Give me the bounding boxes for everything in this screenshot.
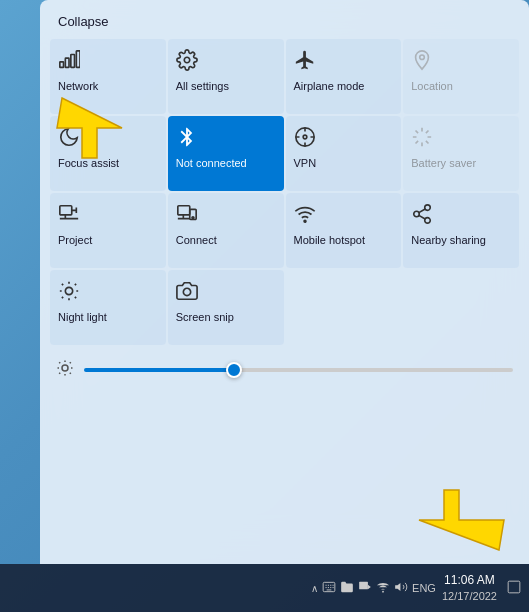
svg-point-12	[425, 205, 431, 211]
tile-focus-assist[interactable]: Focus assist	[50, 116, 166, 191]
tile-location[interactable]: Location	[403, 39, 519, 114]
tile-project-label: Project	[58, 234, 92, 247]
tile-battery-saver[interactable]: Battery saver	[403, 116, 519, 191]
tray-chevron[interactable]: ∧	[311, 583, 318, 594]
clock-date: 12/17/2022	[442, 589, 497, 603]
airplane-icon	[294, 49, 316, 74]
tile-connect-label: Connect	[176, 234, 217, 247]
svg-point-13	[414, 211, 420, 217]
ime-icon[interactable]	[322, 580, 336, 597]
battery-saver-icon	[411, 126, 433, 151]
notification-button[interactable]	[507, 580, 521, 597]
tile-not-connected-label: Not connected	[176, 157, 247, 170]
svg-point-14	[425, 218, 431, 224]
screen-snip-icon	[176, 280, 198, 305]
tile-network[interactable]: Network	[50, 39, 166, 114]
location-icon	[411, 49, 433, 74]
svg-rect-21	[359, 581, 368, 589]
folder-icon[interactable]	[340, 580, 354, 597]
brightness-icon	[56, 359, 74, 381]
network-tray-icon[interactable]	[376, 580, 390, 597]
tile-nearby-sharing[interactable]: Nearby sharing	[403, 193, 519, 268]
tile-all-settings[interactable]: All settings	[168, 39, 284, 114]
tile-vpn-label: VPN	[294, 157, 317, 170]
tile-focus-assist-label: Focus assist	[58, 157, 119, 170]
connect-icon	[176, 203, 198, 228]
tile-battery-saver-label: Battery saver	[411, 157, 476, 170]
tile-mobile-hotspot-label: Mobile hotspot	[294, 234, 366, 247]
clock[interactable]: 11:06 AM 12/17/2022	[442, 573, 497, 603]
night-light-icon	[58, 280, 80, 305]
svg-rect-2	[71, 55, 75, 68]
tile-network-label: Network	[58, 80, 98, 93]
brightness-slider[interactable]	[84, 368, 513, 372]
svg-point-11	[304, 220, 306, 222]
svg-point-6	[303, 135, 307, 139]
tile-location-label: Location	[411, 80, 453, 93]
vpn-icon	[294, 126, 316, 151]
svg-rect-0	[60, 62, 64, 68]
taskbar: ∧	[0, 564, 529, 612]
collapse-button[interactable]: Collapse	[40, 0, 127, 39]
project-icon	[58, 203, 80, 228]
tile-vpn[interactable]: VPN	[286, 116, 402, 191]
language-indicator[interactable]: ENG	[412, 582, 436, 594]
svg-point-5	[420, 55, 425, 60]
action-center: Collapse Network All settings	[40, 0, 529, 564]
volume-tray-icon[interactable]	[394, 580, 408, 597]
tile-project[interactable]: Project	[50, 193, 166, 268]
tile-nearby-sharing-label: Nearby sharing	[411, 234, 486, 247]
tile-mobile-hotspot[interactable]: Mobile hotspot	[286, 193, 402, 268]
tile-night-light-label: Night light	[58, 311, 107, 324]
nearby-sharing-icon	[411, 203, 433, 228]
settings-icon	[176, 49, 198, 74]
system-tray: ∧	[311, 580, 436, 597]
bluetooth-icon	[176, 126, 198, 151]
tile-airplane-label: Airplane mode	[294, 80, 365, 93]
tile-connect[interactable]: Connect	[168, 193, 284, 268]
brightness-control	[40, 351, 529, 389]
tile-screen-snip[interactable]: Screen snip	[168, 270, 284, 345]
quick-action-grid: Network All settings Airplane mode	[40, 39, 529, 345]
focus-assist-icon	[58, 126, 80, 151]
tile-all-settings-label: All settings	[176, 80, 229, 93]
tile-screen-snip-label: Screen snip	[176, 311, 234, 324]
svg-point-4	[184, 57, 190, 63]
svg-point-16	[183, 288, 190, 295]
svg-rect-1	[65, 58, 69, 67]
tile-not-connected[interactable]: Not connected	[168, 116, 284, 191]
svg-point-15	[65, 287, 72, 294]
svg-marker-22	[368, 584, 371, 589]
tile-airplane-mode[interactable]: Airplane mode	[286, 39, 402, 114]
svg-marker-24	[395, 582, 400, 590]
mobile-hotspot-icon	[294, 203, 316, 228]
svg-rect-8	[178, 206, 190, 215]
clock-time: 11:06 AM	[442, 573, 497, 589]
svg-point-23	[382, 590, 384, 592]
tile-night-light[interactable]: Night light	[50, 270, 166, 345]
svg-point-10	[192, 217, 194, 219]
network-icon	[58, 49, 80, 74]
svg-rect-3	[76, 51, 80, 68]
svg-rect-25	[508, 581, 520, 593]
brightness-thumb[interactable]	[226, 362, 242, 378]
svg-point-17	[62, 365, 68, 371]
svg-rect-7	[60, 206, 72, 215]
media-icon[interactable]	[358, 580, 372, 597]
